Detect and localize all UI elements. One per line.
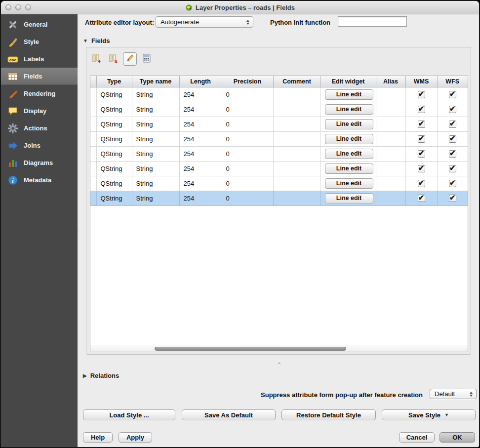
splitter-handle-left[interactable]: ‹ — [77, 227, 79, 232]
wfs-checkbox[interactable]: ✔ — [449, 121, 456, 128]
column-header-wfs[interactable]: WFS — [437, 76, 468, 87]
new-column-button[interactable] — [89, 52, 103, 66]
help-button[interactable]: Help — [83, 432, 113, 443]
column-header-wms[interactable]: WMS — [405, 76, 437, 87]
wms-checkbox[interactable]: ✔ — [418, 121, 425, 128]
column-header-comment[interactable]: Comment — [273, 76, 320, 87]
horizontal-scrollbar[interactable] — [90, 345, 468, 352]
row-selector-cell[interactable] — [90, 191, 96, 205]
wfs-checkbox[interactable]: ✔ — [449, 91, 456, 98]
cancel-button[interactable]: Cancel — [399, 432, 435, 443]
field-row-1[interactable]: QStringString2540Line edit✔✔ — [90, 102, 468, 117]
line-edit-button[interactable]: Line edit — [325, 193, 373, 204]
gear-icon — [7, 123, 18, 134]
field-row-6[interactable]: QStringString2540Line edit✔✔ — [90, 176, 468, 191]
wfs-checkbox[interactable]: ✔ — [449, 135, 456, 143]
wms-checkbox[interactable]: ✔ — [418, 195, 425, 202]
wfs-checkbox[interactable]: ✔ — [449, 165, 456, 172]
wfs-checkbox[interactable]: ✔ — [449, 106, 456, 113]
line-edit-button[interactable]: Line edit — [325, 178, 373, 189]
column-header-edit-widget[interactable]: Edit widget — [320, 76, 376, 87]
fields-disclosure[interactable]: ▼ Fields — [83, 37, 110, 44]
delete-column-button[interactable] — [106, 52, 120, 66]
titlebar[interactable]: Layer Properties – roads | Fields — [1, 1, 479, 14]
row-selector-cell[interactable] — [90, 131, 96, 146]
sidebar-item-fields[interactable]: Fields — [1, 68, 78, 85]
sidebar-item-diagrams[interactable]: Diagrams — [1, 154, 78, 171]
ok-button[interactable]: OK — [440, 432, 475, 443]
wms-checkbox[interactable]: ✔ — [418, 150, 425, 158]
field-row-4[interactable]: QStringString2540Line edit✔✔ — [90, 146, 468, 161]
sidebar-item-style[interactable]: Style — [1, 33, 78, 50]
row-selector-cell[interactable] — [90, 87, 96, 102]
wms-checkbox[interactable]: ✔ — [418, 180, 425, 187]
save-as-default-button[interactable]: Save As Default — [182, 409, 276, 420]
sidebar-item-actions[interactable]: Actions — [1, 120, 78, 137]
wms-checkbox[interactable]: ✔ — [418, 135, 425, 143]
line-edit-button[interactable]: Line edit — [325, 134, 373, 144]
sidebar-item-general[interactable]: General — [1, 16, 78, 33]
sidebar-item-display[interactable]: Display — [1, 102, 78, 120]
attribute-editor-layout-value: Autogenerate — [160, 18, 241, 26]
precision-cell: 0 — [222, 161, 273, 176]
wfs-checkbox[interactable]: ✔ — [449, 150, 456, 158]
length-cell: 254 — [179, 117, 222, 131]
fields-table-header-row[interactable]: TypeType nameLengthPrecisionCommentEdit … — [90, 76, 468, 87]
line-edit-button[interactable]: Line edit — [325, 163, 373, 174]
wfs-checkbox[interactable]: ✔ — [449, 180, 456, 187]
field-row-0[interactable]: QStringString2540Line edit✔✔ — [90, 87, 468, 102]
attribute-editor-layout-select[interactable]: Autogenerate — [156, 16, 253, 28]
restore-default-style-button[interactable]: Restore Default Style — [281, 409, 376, 420]
wms-checkbox[interactable]: ✔ — [418, 106, 425, 113]
horizontal-scrollbar-thumb[interactable] — [155, 347, 346, 351]
type-cell: QString — [96, 102, 132, 117]
line-edit-button[interactable]: Line edit — [325, 149, 373, 159]
wms-checkbox[interactable]: ✔ — [418, 91, 425, 98]
column-header-selector[interactable] — [90, 76, 96, 87]
field-row-5[interactable]: QStringString2540Line edit✔✔ — [90, 161, 468, 176]
column-header-precision[interactable]: Precision — [222, 76, 273, 87]
row-selector-cell[interactable] — [90, 161, 96, 176]
line-edit-button[interactable]: Line edit — [325, 104, 373, 115]
column-header-alias[interactable]: Alias — [376, 76, 405, 87]
line-edit-button[interactable]: Line edit — [325, 119, 373, 129]
disclosure-closed-icon: ▶ — [83, 373, 87, 378]
sidebar-item-metadata[interactable]: iMetadata — [1, 171, 78, 189]
splitter-handle-bottom[interactable]: ⌃ — [277, 362, 281, 367]
minimize-button[interactable] — [15, 4, 21, 10]
fields-groupbox: TypeType nameLengthPrecisionCommentEdit … — [86, 47, 471, 355]
sidebar-item-labels[interactable]: abcLabels — [1, 50, 78, 68]
row-selector-cell[interactable] — [90, 176, 96, 191]
field-row-2[interactable]: QStringString2540Line edit✔✔ — [90, 117, 468, 131]
load-style-button[interactable]: Load Style ... — [83, 409, 175, 420]
zoom-button[interactable] — [25, 4, 31, 10]
column-header-length[interactable]: Length — [179, 76, 222, 87]
python-init-input[interactable] — [338, 16, 407, 27]
checkmark-icon: ✔ — [418, 134, 425, 142]
field-row-7[interactable]: QStringString2540Line edit✔✔ — [90, 191, 468, 205]
line-edit-button[interactable]: Line edit — [325, 89, 373, 100]
wms-checkbox[interactable]: ✔ — [418, 165, 425, 172]
row-selector-cell[interactable] — [90, 146, 96, 161]
close-button[interactable] — [5, 4, 11, 10]
suppress-popup-select[interactable]: Default — [430, 389, 477, 399]
comment-cell — [273, 117, 320, 131]
column-header-type-name[interactable]: Type name — [132, 76, 179, 87]
row-selector-cell[interactable] — [90, 102, 96, 117]
field-calculator-button[interactable] — [140, 52, 154, 66]
sidebar-item-rendering[interactable]: Rendering — [1, 85, 78, 102]
main-panel: Attribute editor layout: Autogenerate Py… — [78, 14, 479, 447]
row-selector-cell[interactable] — [90, 117, 96, 131]
save-style-button[interactable]: Save Style ▼ — [382, 409, 476, 420]
wfs-checkbox[interactable]: ✔ — [449, 195, 456, 202]
apply-button[interactable]: Apply — [119, 432, 152, 443]
precision-cell: 0 — [222, 87, 273, 102]
sidebar-item-joins[interactable]: Joins — [1, 137, 78, 154]
toggle-editing-button[interactable] — [123, 52, 137, 66]
relations-disclosure[interactable]: ▶ Relations — [83, 372, 119, 379]
checkmark-icon: ✔ — [418, 194, 425, 201]
field-row-3[interactable]: QStringString2540Line edit✔✔ — [90, 131, 468, 146]
column-header-type[interactable]: Type — [96, 76, 132, 87]
wms-cell: ✔ — [405, 117, 437, 131]
length-cell: 254 — [179, 146, 222, 161]
